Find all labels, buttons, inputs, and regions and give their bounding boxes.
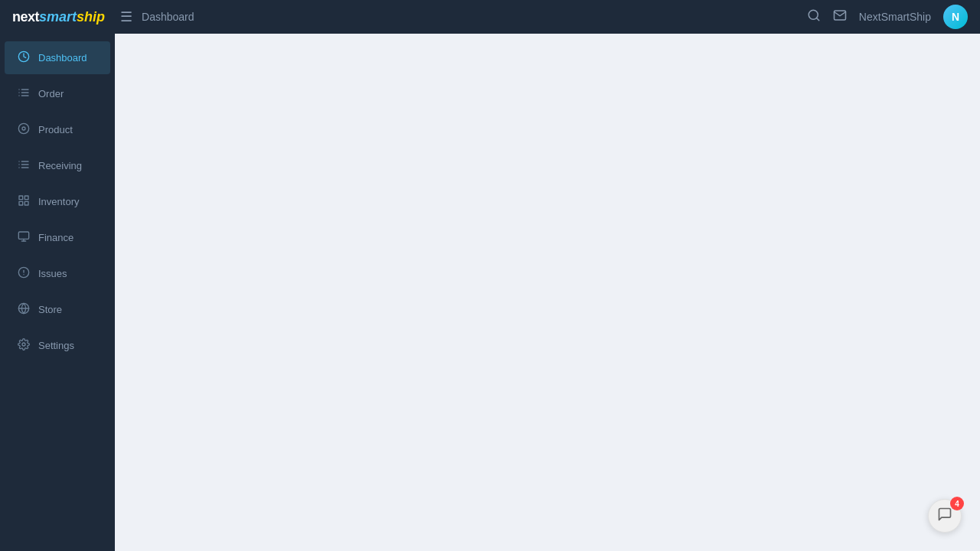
sidebar-item-settings[interactable]: Settings <box>5 329 110 362</box>
svg-rect-19 <box>24 201 28 205</box>
issues-icon <box>17 266 31 281</box>
sidebar-label-receiving: Receiving <box>38 160 82 171</box>
sidebar-item-order[interactable]: Order <box>5 77 110 110</box>
sidebar-item-receiving[interactable]: Receiving <box>5 149 110 182</box>
svg-rect-20 <box>19 201 23 205</box>
logo-smart: smart <box>39 9 77 25</box>
inventory-icon <box>17 194 31 209</box>
svg-rect-21 <box>18 232 28 239</box>
hamburger-icon[interactable]: ☰ <box>120 8 132 25</box>
sidebar-label-product: Product <box>38 124 73 135</box>
sidebar-label-dashboard: Dashboard <box>38 52 87 64</box>
dashboard-icon <box>17 51 31 65</box>
logo-ship: ship <box>77 9 105 25</box>
sidebar: Dashboard Order <box>0 34 115 551</box>
breadcrumb: Dashboard <box>142 11 194 23</box>
header-right: NextSmartShip N <box>807 5 968 29</box>
header-left: nextsmartship ☰ Dashboard <box>12 8 194 25</box>
sidebar-label-finance: Finance <box>38 232 74 243</box>
sidebar-item-store[interactable]: Store <box>5 293 110 326</box>
order-icon <box>17 86 31 101</box>
svg-point-10 <box>22 127 25 130</box>
user-name: NextSmartShip <box>859 11 931 23</box>
sidebar-item-product[interactable]: Product <box>5 113 110 146</box>
sidebar-label-store: Store <box>38 304 62 315</box>
user-avatar[interactable]: N <box>943 5 968 29</box>
finance-icon <box>17 230 31 245</box>
svg-rect-17 <box>19 196 23 200</box>
sidebar-item-issues[interactable]: Issues <box>5 257 110 290</box>
app-header: nextsmartship ☰ Dashboard NextSmartShip … <box>0 0 980 34</box>
main-content <box>115 34 980 551</box>
store-icon <box>17 302 31 317</box>
sidebar-label-issues: Issues <box>38 268 67 279</box>
chat-icon <box>937 507 952 526</box>
svg-point-9 <box>18 123 28 133</box>
sidebar-label-inventory: Inventory <box>38 196 79 207</box>
sidebar-label-order: Order <box>38 88 64 99</box>
sidebar-label-settings: Settings <box>38 340 74 351</box>
svg-line-1 <box>816 18 818 20</box>
app-logo: nextsmartship <box>12 9 105 25</box>
logo-next: next <box>12 9 39 25</box>
receiving-icon <box>17 158 31 173</box>
chat-button[interactable]: 4 <box>928 499 962 533</box>
sidebar-item-inventory[interactable]: Inventory <box>5 185 110 218</box>
settings-icon <box>17 338 31 353</box>
svg-rect-18 <box>24 196 28 200</box>
sidebar-item-dashboard[interactable]: Dashboard <box>5 41 110 74</box>
mail-icon[interactable] <box>833 8 847 26</box>
chat-badge: 4 <box>950 497 964 510</box>
main-layout: Dashboard Order <box>0 34 980 551</box>
svg-point-29 <box>22 343 25 346</box>
search-icon[interactable] <box>807 8 821 26</box>
product-icon <box>17 122 31 137</box>
sidebar-item-finance[interactable]: Finance <box>5 221 110 254</box>
